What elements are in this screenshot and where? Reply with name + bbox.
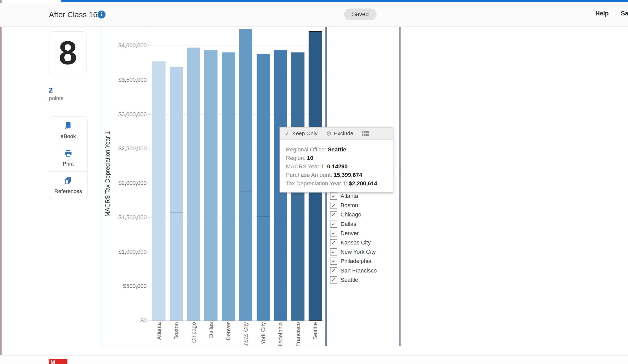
legend-item-atlanta[interactable]: ✓Atlanta xyxy=(330,193,358,200)
bar-atlanta[interactable] xyxy=(152,61,165,321)
mark-tooltip: ✓ Keep Only ⊘ Exclude Regional Office:Se… xyxy=(280,127,393,193)
y-tick-label: $500,000 xyxy=(106,283,147,289)
page: After Class 16 i Saved Help Sa 8 2 point… xyxy=(0,0,628,364)
bar-boston[interactable] xyxy=(170,67,183,321)
selection-border xyxy=(102,27,102,346)
exclude-label: Exclude xyxy=(334,130,353,136)
y-tick-mark xyxy=(148,252,150,252)
legend-item-kansas-city[interactable]: ✓Kansas City xyxy=(330,239,371,246)
city-filter-legend: ✓Atlanta✓Boston✓Chicago✓Dallas✓Denver✓Ka… xyxy=(327,172,399,346)
legend-label: Philadelphia xyxy=(341,258,371,265)
save-button[interactable]: Sa xyxy=(621,10,628,17)
legend-item-boston[interactable]: ✓Boston xyxy=(330,202,358,209)
references-label: References xyxy=(54,188,82,194)
brand-logo: M xyxy=(49,359,67,364)
legend-label: San Francisco xyxy=(341,267,377,274)
tooltip-row: Regional Office:Seattle xyxy=(286,145,390,154)
bar-dallas[interactable] xyxy=(204,50,217,321)
points-label: points xyxy=(49,95,63,101)
print-label: Print xyxy=(63,161,74,167)
y-tick-mark xyxy=(148,183,150,183)
exclude-button[interactable]: ⊘ Exclude xyxy=(326,130,353,137)
slash-circle-icon: ⊘ xyxy=(326,130,332,137)
print-button[interactable]: Print xyxy=(49,144,87,171)
legend-label: Chicago xyxy=(341,211,361,218)
segment-divider xyxy=(257,216,270,217)
y-tick-mark xyxy=(148,321,150,321)
legend-item-philadelphia[interactable]: ✓Philadelphia xyxy=(330,258,371,265)
legend-label: Boston xyxy=(341,202,358,209)
checkbox[interactable]: ✓ xyxy=(330,267,337,274)
legend-label: Denver xyxy=(341,230,359,237)
checkbox[interactable]: ✓ xyxy=(330,276,337,284)
y-tick-label: $0 xyxy=(106,317,147,324)
tooltip-row: Purchase Amount:15,399,674 xyxy=(286,171,390,179)
legend-label: Atlanta xyxy=(341,193,358,199)
legend-label: Dallas xyxy=(341,221,356,228)
tooltip-command-bar: ✓ Keep Only ⊘ Exclude xyxy=(280,128,393,140)
info-icon[interactable]: i xyxy=(98,11,106,19)
points-value: 2 xyxy=(49,86,53,94)
tooltip-body: Regional Office:SeattleRegion:10MACRS Ye… xyxy=(280,140,393,192)
page-title: After Class 16 xyxy=(49,10,97,19)
tooltip-row: Region:10 xyxy=(286,154,390,162)
book-icon xyxy=(64,121,73,131)
sidebar-actions: eBook Print References xyxy=(49,116,88,199)
keep-only-button[interactable]: ✓ Keep Only xyxy=(285,130,318,137)
help-button[interactable]: Help xyxy=(595,10,609,17)
y-tick-label: $1,000,000 xyxy=(106,249,147,255)
y-tick-mark xyxy=(148,114,150,115)
checkbox[interactable]: ✓ xyxy=(330,230,337,237)
bar-chicago[interactable] xyxy=(187,48,200,321)
ebook-label: eBook xyxy=(60,133,76,139)
selection-border xyxy=(400,27,401,346)
window-edge-strip xyxy=(0,0,2,364)
segment-divider xyxy=(170,212,183,213)
references-button[interactable]: References xyxy=(49,172,87,199)
tooltip-row: Tax Depreciation Year 1:$2,200,614 xyxy=(286,179,390,188)
selection-border xyxy=(101,27,101,346)
y-tick-label: $2,000,000 xyxy=(106,180,147,186)
question-number: 8 xyxy=(59,37,77,69)
legend-label: New York City xyxy=(341,249,376,255)
gridline xyxy=(150,46,324,46)
checkbox[interactable]: ✓ xyxy=(330,258,337,265)
keep-only-label: Keep Only xyxy=(292,130,317,136)
saved-status-badge: Saved xyxy=(344,8,377,20)
legend-item-seattle[interactable]: ✓Seattle xyxy=(330,276,358,284)
y-tick-label: $4,000,000 xyxy=(106,42,147,49)
bar-new-york-city[interactable] xyxy=(257,54,270,321)
checkbox[interactable]: ✓ xyxy=(330,193,337,200)
view-data-icon[interactable] xyxy=(362,131,369,136)
y-tick-mark xyxy=(148,46,150,46)
footer xyxy=(0,356,628,364)
pages-icon xyxy=(64,176,73,186)
selection-border xyxy=(399,27,400,346)
y-tick-label: $3,000,000 xyxy=(106,111,147,118)
legend-item-denver[interactable]: ✓Denver xyxy=(330,230,359,237)
legend-label: Seattle xyxy=(341,277,358,283)
checkbox[interactable]: ✓ xyxy=(330,239,337,246)
check-icon: ✓ xyxy=(285,130,290,137)
legend-label: Kansas City xyxy=(341,239,371,246)
checkbox[interactable]: ✓ xyxy=(330,202,337,209)
legend-item-dallas[interactable]: ✓Dallas xyxy=(330,221,356,228)
y-axis-title: MACRS Tax Depreciation Year 1 xyxy=(102,27,114,321)
checkbox[interactable]: ✓ xyxy=(330,221,337,228)
bar-kansas-city[interactable] xyxy=(239,29,252,321)
tooltip-row: MACRS Year 1:0.14290 xyxy=(286,162,390,171)
y-tick-mark xyxy=(148,149,150,149)
checkbox[interactable]: ✓ xyxy=(330,211,337,218)
y-tick-label: $1,500,000 xyxy=(106,214,147,221)
ebook-button[interactable]: eBook xyxy=(49,117,87,144)
segment-divider xyxy=(239,192,252,192)
question-number-card: 8 xyxy=(49,31,87,74)
header-divider xyxy=(615,8,615,20)
legend-item-san-francisco[interactable]: ✓San Francisco xyxy=(330,267,377,274)
checkbox[interactable]: ✓ xyxy=(330,248,337,256)
bar-denver[interactable] xyxy=(222,52,235,321)
legend-item-new-york-city[interactable]: ✓New York City xyxy=(330,248,376,256)
legend-item-chicago[interactable]: ✓Chicago xyxy=(330,211,361,218)
y-tick-mark xyxy=(148,80,150,80)
y-tick-label: $2,500,000 xyxy=(106,145,147,152)
